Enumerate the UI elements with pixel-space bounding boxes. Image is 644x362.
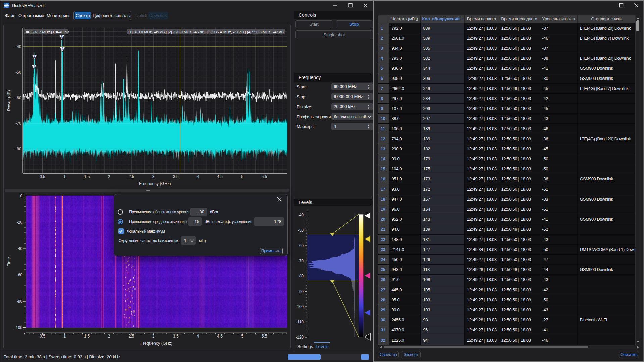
svg-text:4.5: 4.5 [217,174,223,179]
svg-text:-40: -40 [15,44,21,49]
svg-text:0.5: 0.5 [40,334,45,339]
svg-text:0: 0 [20,194,22,198]
svg-text:5.5: 5.5 [262,334,267,339]
svg-text:-100: -100 [14,325,22,330]
svg-text:3: 3 [152,174,155,179]
svg-text:1: 1 [63,174,66,179]
svg-text:-50: -50 [298,228,304,233]
svg-text:Time: Time [7,257,11,266]
svg-text:3.5: 3.5 [173,174,179,179]
svg-text:Frequency (GHz): Frequency (GHz) [139,181,171,186]
svg-text:3: 3 [152,334,155,339]
svg-text:5: 5 [241,174,243,179]
svg-text:-110: -110 [296,320,304,324]
svg-text:-50: -50 [15,70,21,75]
svg-text:3: 3 [61,35,63,39]
svg-text:1.5: 1.5 [84,174,90,179]
svg-text:1.5: 1.5 [84,334,90,339]
svg-text:5.5: 5.5 [262,174,267,179]
svg-text:-80: -80 [17,299,23,304]
svg-text:4.5: 4.5 [217,334,223,339]
svg-text:0.5: 0.5 [40,174,45,179]
svg-text:-80: -80 [15,147,21,151]
svg-text:-70: -70 [15,121,21,126]
svg-text:GustovRFAnalyzer: GustovRFAnalyzer [12,3,45,8]
svg-text:-70: -70 [298,259,304,263]
svg-text:-40: -40 [298,213,304,217]
svg-text:2.5: 2.5 [129,174,134,179]
svg-text:4: 4 [197,334,199,339]
svg-text:-100: -100 [296,304,304,309]
svg-text:2: 2 [108,174,110,179]
svg-text:Power (dB): Power (dB) [7,90,11,111]
svg-text:Frequency (GHz): Frequency (GHz) [140,341,172,346]
svg-text:-80: -80 [298,274,304,278]
svg-text:[1] 310.0 MHz, -49 dB | [2] 32: [1] 310.0 MHz, -49 dB | [2] 320.0 MHz, -… [128,30,284,34]
svg-text:-120: -120 [296,335,304,340]
svg-text:-60: -60 [298,243,304,248]
svg-text:3.5: 3.5 [173,334,179,339]
svg-text:4: 4 [197,174,199,179]
svg-text:2: 2 [108,334,110,339]
svg-text:-90: -90 [298,289,304,294]
svg-text:1: 1 [63,334,66,339]
svg-text:-20: -20 [17,220,23,225]
svg-text:4: 4 [61,47,63,51]
svg-text:5: 5 [241,334,243,339]
svg-text:f=3597.7 MHz | P=-40 dB: f=3597.7 MHz | P=-40 dB [26,30,69,34]
svg-text:2.5: 2.5 [129,334,134,339]
svg-text:-40: -40 [17,246,23,251]
svg-text:-60: -60 [17,273,23,277]
svg-text:1: 1 [33,65,35,69]
svg-text:2: 2 [34,54,36,58]
svg-text:-60: -60 [15,96,21,100]
